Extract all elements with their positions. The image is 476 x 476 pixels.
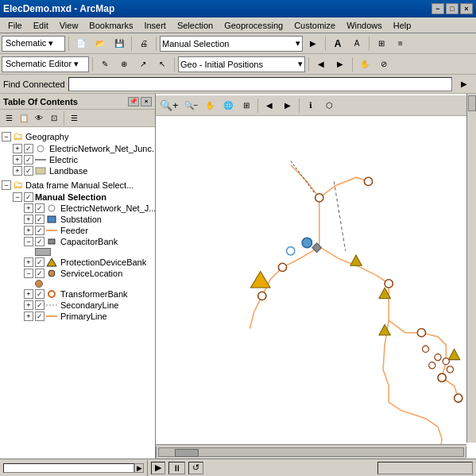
- geo-positions-dropdown[interactable]: Geo - Initial Positions ▾: [178, 56, 305, 72]
- ms-expand[interactable]: −: [13, 192, 22, 202]
- layer-manual-selection[interactable]: − ✓ Manual Selection: [11, 192, 155, 203]
- layer-check-2[interactable]: ✓: [24, 155, 33, 164]
- menu-geoprocessing[interactable]: Geoprocessing: [219, 20, 288, 31]
- sec-expand[interactable]: +: [24, 300, 33, 310]
- toc-scroll-right[interactable]: ▶: [134, 463, 144, 473]
- forward-extent-tool[interactable]: ▶: [279, 97, 296, 114]
- scrollbar-track-bottom[interactable]: [158, 447, 464, 457]
- zoom-in-tool[interactable]: 🔍+: [157, 97, 181, 114]
- pan-map-tool[interactable]: ✋: [201, 97, 219, 114]
- prim-expand[interactable]: +: [24, 312, 33, 321]
- menu-edit[interactable]: Edit: [29, 20, 53, 31]
- sec-check[interactable]: ✓: [35, 300, 45, 310]
- layer-feeder[interactable]: + ✓ Feeder: [22, 225, 155, 236]
- layer-capacitorbank[interactable]: − ✓ CapacitorBank: [22, 236, 155, 247]
- pause-status[interactable]: ⏸: [168, 462, 185, 474]
- geography-expand[interactable]: −: [2, 132, 11, 141]
- nav-prev[interactable]: ◀: [312, 56, 330, 73]
- edit-tool[interactable]: ✎: [96, 56, 114, 73]
- trans-check[interactable]: ✓: [35, 289, 45, 299]
- toc-pin-button[interactable]: 📌: [128, 97, 139, 106]
- new-button[interactable]: 📄: [72, 35, 90, 52]
- toc-options[interactable]: ☰: [67, 111, 81, 126]
- menu-file[interactable]: File: [3, 20, 27, 31]
- sub-expand[interactable]: +: [24, 215, 33, 224]
- edit2-tool[interactable]: ⊕: [115, 56, 133, 73]
- layer-electric-net-junc[interactable]: + ✓ ElectricNetwork_Net_Junc...: [11, 143, 155, 154]
- cursor-tool[interactable]: ↖: [153, 56, 171, 73]
- open-button[interactable]: 📂: [91, 35, 109, 52]
- arrow-tool[interactable]: ↗: [134, 56, 152, 73]
- layer-expand-3[interactable]: +: [13, 166, 22, 176]
- manual-group-row[interactable]: − 🗂 Data frame Manual Select...: [0, 178, 155, 192]
- trans-expand[interactable]: +: [24, 289, 33, 299]
- layer-expand-2[interactable]: +: [13, 155, 22, 164]
- select-tool[interactable]: ⬡: [320, 97, 338, 114]
- go-button[interactable]: ▶: [304, 35, 322, 52]
- serv-check[interactable]: ✓: [35, 269, 45, 278]
- find-go-button[interactable]: ▶: [455, 75, 473, 93]
- layer-electric[interactable]: + ✓ Electric: [11, 154, 155, 165]
- layer-secondaryline[interactable]: + ✓ SecondaryLine: [22, 300, 155, 311]
- ms-check[interactable]: ✓: [24, 192, 33, 202]
- menu-windows[interactable]: Windows: [342, 20, 387, 31]
- find-connected-input[interactable]: [68, 77, 452, 91]
- menu-help[interactable]: Help: [389, 20, 416, 31]
- extra2-button[interactable]: ≡: [392, 35, 409, 52]
- globe-tool[interactable]: 🌐: [219, 97, 237, 114]
- back-extent-tool[interactable]: ◀: [261, 97, 278, 114]
- menu-insert[interactable]: Insert: [139, 20, 171, 31]
- toc-scrollbar[interactable]: [3, 463, 134, 473]
- layer-landbase[interactable]: + ✓ Landbase: [11, 165, 155, 176]
- layer-check-1[interactable]: ✓: [24, 144, 33, 153]
- map-scrollbar-right[interactable]: [466, 94, 476, 443]
- close-button[interactable]: ×: [460, 3, 473, 14]
- layer-transformerbank[interactable]: + ✓ TransformerBank: [22, 288, 155, 300]
- cap-expand[interactable]: −: [24, 237, 33, 246]
- prot-check[interactable]: ✓: [35, 257, 45, 267]
- cap-check[interactable]: ✓: [35, 237, 45, 246]
- serv-expand[interactable]: −: [24, 269, 33, 278]
- scrollbar-thumb-right[interactable]: [468, 95, 476, 111]
- schematic-dropdown[interactable]: Schematic ▾: [2, 36, 65, 52]
- layer-primaryline[interactable]: + ✓ PrimaryLine: [22, 311, 155, 322]
- font-a2-button[interactable]: A: [348, 35, 366, 52]
- minimize-button[interactable]: −: [431, 3, 444, 14]
- enj-check[interactable]: ✓: [35, 203, 45, 213]
- sub-check[interactable]: ✓: [35, 215, 45, 224]
- map-scrollbar-bottom[interactable]: [156, 444, 466, 459]
- manual-expand[interactable]: −: [2, 180, 11, 190]
- pan-tool[interactable]: ✋: [356, 56, 373, 73]
- menu-selection[interactable]: Selection: [172, 20, 218, 31]
- schematic-editor-dropdown[interactable]: Schematic Editor ▾: [2, 56, 89, 72]
- layer-expand-1[interactable]: +: [13, 144, 22, 153]
- toc-source-view[interactable]: 📋: [17, 111, 31, 126]
- menu-customize[interactable]: Customize: [289, 20, 340, 31]
- manual-selection-dropdown[interactable]: Manual Selection ▾: [160, 36, 303, 52]
- zoom-out-tool[interactable]: 🔍−: [182, 97, 201, 114]
- refresh-status[interactable]: ↺: [188, 462, 203, 474]
- enj-expand[interactable]: +: [24, 203, 33, 213]
- print-button[interactable]: 🖨: [135, 35, 153, 52]
- layer-check-3[interactable]: ✓: [24, 166, 33, 176]
- identify-tool[interactable]: ℹ: [302, 97, 319, 114]
- toc-list-view[interactable]: ☰: [2, 111, 16, 126]
- layer-servicelocation[interactable]: − ✓ ServiceLocation: [22, 268, 155, 279]
- play-status[interactable]: ▶: [151, 462, 165, 474]
- prim-check[interactable]: ✓: [35, 312, 45, 321]
- extra1-button[interactable]: ⊞: [373, 35, 390, 52]
- feed-expand[interactable]: +: [24, 226, 33, 235]
- toc-visibility-view[interactable]: 👁: [32, 111, 46, 126]
- full-extent-tool[interactable]: ⊞: [238, 97, 255, 114]
- menu-bookmarks[interactable]: Bookmarks: [84, 20, 137, 31]
- nav-next[interactable]: ▶: [331, 56, 349, 73]
- layer-protectiondevice[interactable]: + ✓ ProtectionDeviceBank: [22, 257, 155, 268]
- extra-tool[interactable]: ⊘: [375, 56, 393, 73]
- save-button[interactable]: 💾: [110, 35, 128, 52]
- layer-elec-net-j[interactable]: + ✓ ElectricNetwork_Net_J...: [22, 203, 155, 214]
- maximize-button[interactable]: □: [446, 3, 459, 14]
- prot-expand[interactable]: +: [24, 257, 33, 267]
- feed-check[interactable]: ✓: [35, 226, 45, 235]
- map-canvas[interactable]: [156, 116, 466, 459]
- geography-group-row[interactable]: − 🗂 Geography: [0, 130, 155, 143]
